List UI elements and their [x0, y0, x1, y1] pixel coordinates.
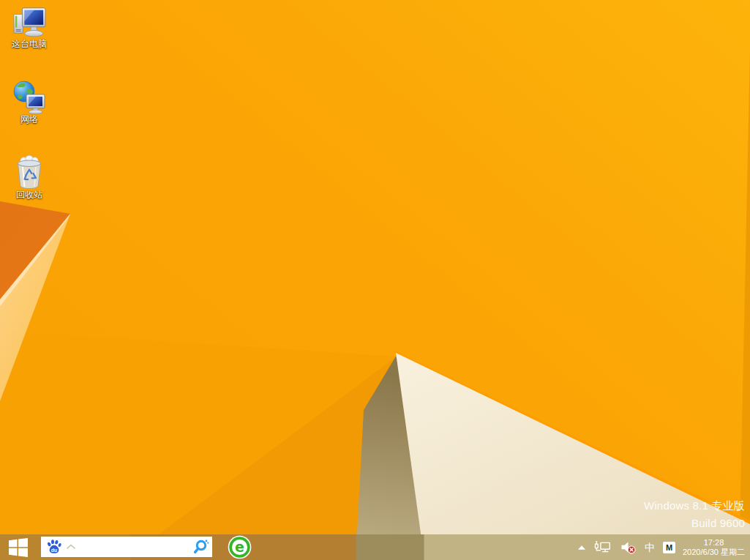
start-button[interactable] [0, 534, 37, 560]
desktop-icon-label: 这台电脑 [3, 40, 56, 49]
network-globe-icon [12, 81, 46, 114]
recycle-bin-icon [14, 155, 45, 190]
windows-start-icon [9, 538, 28, 557]
desktop-icon-label: 网络 [3, 115, 56, 124]
ime-mode-button[interactable]: M [663, 542, 675, 553]
chevron-up-icon[interactable] [66, 544, 76, 550]
desktop: 这台电脑 网络 [0, 0, 750, 560]
baidu-search-icon [192, 538, 209, 556]
baidu-paw-icon[interactable]: du [46, 539, 62, 555]
tray-network-button[interactable] [594, 540, 612, 554]
tray-volume-button[interactable] [620, 540, 637, 554]
watermark-build: Build 9600 [644, 515, 745, 532]
ime-language-indicator[interactable]: 中 [645, 542, 655, 553]
taskbar-clock[interactable]: 17:28 2020/6/30 星期二 [683, 538, 745, 557]
system-tray: 中 M 17:28 2020/6/30 星期二 [569, 534, 749, 560]
browser-button[interactable]: e [228, 535, 252, 559]
green-e-browser-icon: e [228, 535, 252, 559]
this-pc-icon [12, 7, 46, 39]
taskbar-search-box[interactable]: du [41, 537, 212, 557]
desktop-icon-network[interactable]: 网络 [3, 81, 56, 124]
wired-network-icon [594, 540, 612, 554]
os-watermark: Windows 8.1 专业版 Build 9600 [644, 497, 745, 532]
search-input[interactable] [76, 537, 191, 557]
desktop-icon-this-pc[interactable]: 这台电脑 [3, 7, 56, 49]
volume-muted-icon [620, 540, 637, 554]
taskbar: du e [0, 534, 750, 560]
watermark-edition: Windows 8.1 专业版 [644, 497, 745, 515]
tray-expand-icon [577, 545, 586, 550]
tray-expand-button[interactable] [577, 545, 586, 550]
clock-date: 2020/6/30 星期二 [683, 548, 745, 557]
svg-text:e: e [235, 539, 244, 555]
desktop-icon-recycle-bin[interactable]: 回收站 [3, 155, 56, 200]
search-button[interactable] [191, 537, 210, 556]
clock-time: 17:28 [683, 538, 745, 548]
desktop-icon-label: 回收站 [3, 190, 56, 200]
svg-text:du: du [51, 548, 57, 553]
ime-mode-icon: M [663, 542, 675, 553]
